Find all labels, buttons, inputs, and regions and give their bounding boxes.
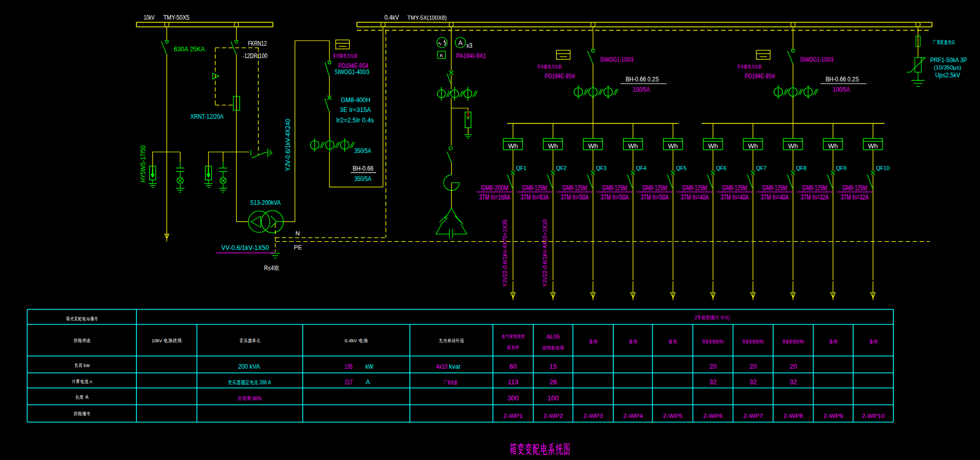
svg-text:QF10: QF10 <box>876 165 890 171</box>
svg-text:多功能电力仪表:: 多功能电力仪表: <box>537 63 563 70</box>
svg-text:113: 113 <box>508 378 519 386</box>
svg-text:217: 217 <box>345 378 353 386</box>
svg-text:0.4kV 电源: 0.4kV 电源 <box>344 337 368 344</box>
svg-text:照明配电箱: 照明配电箱 <box>542 344 564 351</box>
svg-text:QF2: QF2 <box>556 165 567 171</box>
svg-text:150/5A: 150/5A <box>633 86 650 93</box>
svg-text:YJV22-0.6/1kV-4X70+1X35: YJV22-0.6/1kV-4X70+1X35 <box>502 219 508 287</box>
svg-text:2-WP2: 2-WP2 <box>543 413 563 419</box>
svg-text:变压器单元: 变压器单元 <box>239 337 260 344</box>
svg-text:20: 20 <box>709 363 716 370</box>
svg-text:2-WP3: 2-WP3 <box>583 413 603 419</box>
svg-text:3TM In=40A: 3TM In=40A <box>761 193 789 201</box>
svg-text:3TM In=168A: 3TM In=168A <box>479 193 510 201</box>
svg-text:QF9: QF9 <box>836 165 847 171</box>
svg-text:3TM In=63A: 3TM In=63A <box>521 193 549 201</box>
svg-text:Wh: Wh <box>748 143 758 150</box>
svg-text:HY5WS-17/50: HY5WS-17/50 <box>139 145 147 183</box>
svg-text:-12DR/100: -12DR/100 <box>243 52 268 60</box>
svg-text:300: 300 <box>507 394 519 402</box>
svg-text:K: K <box>440 52 444 58</box>
svg-text:Wh: Wh <box>508 143 518 150</box>
svg-text:负荷率.66%: 负荷率.66% <box>238 395 262 402</box>
svg-text:PD194E-9S4: PD194E-9S4 <box>545 72 575 80</box>
svg-text:YJV-0.6/1kV-4X240: YJV-0.6/1kV-4X240 <box>284 119 292 171</box>
svg-text:TMY-5X(100X8): TMY-5X(100X8) <box>407 15 447 21</box>
svg-text:GM8-200M: GM8-200M <box>481 184 508 192</box>
svg-text:QF8: QF8 <box>796 165 807 171</box>
svg-text:Wh: Wh <box>828 143 838 150</box>
svg-text:kvar: kvar <box>449 363 461 370</box>
svg-text:3E Ir=315A: 3E Ir=315A <box>340 106 371 114</box>
svg-text:QF6: QF6 <box>716 165 726 171</box>
svg-text:XRNT-12/20A: XRNT-12/20A <box>190 113 224 120</box>
svg-text:多功能电力仪表:: 多功能电力仪表: <box>737 63 763 70</box>
svg-text:GM8-125M: GM8-125M <box>842 184 867 192</box>
svg-text:20: 20 <box>749 363 756 370</box>
svg-text:GM8-125M: GM8-125M <box>802 184 827 192</box>
svg-text:QF5: QF5 <box>676 165 686 171</box>
svg-text:GM8-125M: GM8-125M <box>642 184 667 192</box>
svg-text:备用: 备用 <box>668 338 677 345</box>
svg-text:100/5A: 100/5A <box>833 86 850 93</box>
svg-text:2-WP4: 2-WP4 <box>623 413 643 419</box>
svg-text:32: 32 <box>790 378 797 386</box>
svg-text:无功自动补偿: 无功自动补偿 <box>439 337 464 344</box>
svg-text:备用: 备用 <box>869 338 878 345</box>
svg-text:10kV 电源进线: 10kV 电源进线 <box>151 337 182 344</box>
svg-text:S13-200kVA: S13-200kVA <box>250 199 281 206</box>
svg-text:备用: 备用 <box>629 338 638 345</box>
svg-text:PA194I-9X1: PA194I-9X1 <box>456 52 486 60</box>
svg-text:0.4kV: 0.4kV <box>384 13 399 21</box>
svg-text:32: 32 <box>749 378 756 386</box>
svg-text:2-WP9: 2-WP9 <box>823 413 843 419</box>
svg-text:负荷 kW: 负荷 kW <box>74 362 90 369</box>
svg-text:135: 135 <box>345 363 353 370</box>
svg-text:200 kVA: 200 kVA <box>238 363 260 370</box>
svg-text:20: 20 <box>790 363 797 370</box>
svg-text:GM8-125M: GM8-125M <box>682 184 707 192</box>
svg-text:GM8-125M: GM8-125M <box>722 184 747 192</box>
svg-text:kW: kW <box>366 363 374 370</box>
svg-text:GM8-125M: GM8-125M <box>762 184 787 192</box>
svg-text:TMY-50X5: TMY-50X5 <box>163 13 189 21</box>
svg-text:SIWOG1-400/3: SIWOG1-400/3 <box>335 68 369 76</box>
svg-text:箱式变配电站编号: 箱式变配电站编号 <box>66 315 98 322</box>
svg-text:FKRN12: FKRN12 <box>248 39 267 47</box>
svg-text:15: 15 <box>549 363 557 370</box>
svg-text:Ir2=2.5Ir 0.4s: Ir2=2.5Ir 0.4s <box>336 116 374 124</box>
svg-text:Wh: Wh <box>868 143 878 150</box>
svg-text:4x10: 4x10 <box>436 363 448 370</box>
svg-text:60: 60 <box>509 363 517 370</box>
svg-text:QF4: QF4 <box>636 165 646 171</box>
svg-text:2-WP5: 2-WP5 <box>663 413 683 419</box>
svg-text:100: 100 <box>547 394 559 402</box>
svg-text:3TM In=50A: 3TM In=50A <box>561 193 589 201</box>
svg-text:3TM In=32A: 3TM In=32A <box>800 193 829 201</box>
svg-text:x3: x3 <box>466 42 473 49</box>
svg-text:32: 32 <box>709 378 716 386</box>
svg-text:GM8-400H: GM8-400H <box>341 96 370 104</box>
svg-text:预留景观照明4: 预留景观照明4 <box>702 338 724 345</box>
svg-text:QF7: QF7 <box>756 165 766 171</box>
svg-text:备用: 备用 <box>589 338 598 345</box>
svg-text:R≤4欧: R≤4欧 <box>264 263 279 272</box>
svg-text:预留景观照明6: 预留景观照明6 <box>782 338 804 345</box>
svg-text:A: A <box>366 378 370 386</box>
svg-text:BH-0.66: BH-0.66 <box>353 164 374 172</box>
svg-text:箱变变配电系统图: 箱变变配电系统图 <box>509 440 571 457</box>
svg-text:备用: 备用 <box>829 338 838 345</box>
svg-text:GM8-125M: GM8-125M <box>562 184 587 192</box>
svg-text:BH-0.66 0.2S: BH-0.66 0.2S <box>826 75 859 83</box>
svg-text:回路用途: 回路用途 <box>74 337 91 344</box>
svg-text:VV-0.6/1kV-1X50: VV-0.6/1kV-1X50 <box>222 244 269 252</box>
svg-text:2-WP8: 2-WP8 <box>783 413 803 419</box>
svg-text:SIWOG1-100/3: SIWOG1-100/3 <box>600 55 633 63</box>
svg-text:预留景观照明5: 预留景观照明5 <box>742 338 764 345</box>
svg-text:3TM In=40A: 3TM In=40A <box>681 193 709 201</box>
svg-text:GM8-125M: GM8-125M <box>522 184 547 192</box>
svg-text:计算电流 A: 计算电流 A <box>72 378 93 385</box>
svg-text:N: N <box>296 230 300 236</box>
svg-text:GM8-125M: GM8-125M <box>602 184 627 192</box>
svg-text:长度 米: 长度 米 <box>75 394 89 400</box>
